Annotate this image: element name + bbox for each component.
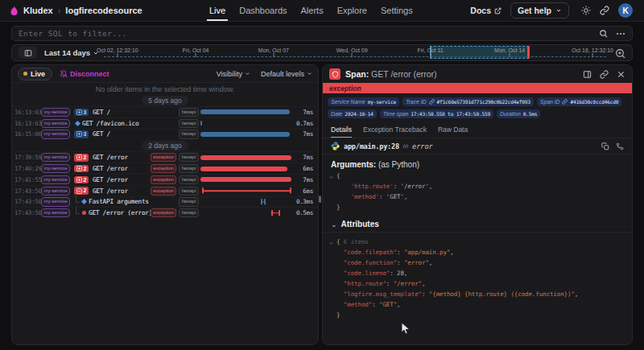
row-duration: 0.7ms [295,120,313,127]
span-count-badge[interactable]: 2 [74,187,89,195]
tag-fastapi[interactable]: fastapi [179,187,199,196]
copy-icon[interactable] [601,142,609,150]
trace-row[interactable]: 16:15:00my-service3GET /fastapi7ms [12,129,318,140]
source-in-label: in [403,142,408,150]
tag-fastapi[interactable]: fastapi [179,164,199,173]
span-name[interactable]: GET /error [93,165,151,172]
copy-link-icon[interactable] [600,70,609,79]
age-pill: 2 days ago [142,141,188,150]
code-gutter [329,289,336,299]
python-icon [331,142,340,150]
span-name[interactable]: GET /error (error) [89,209,151,216]
search-icon[interactable] [599,29,608,38]
details-tab-exception-traceback[interactable]: Exception Traceback [363,122,427,138]
live-toggle[interactable]: Live [18,68,52,80]
selection-end-handle[interactable] [527,46,530,59]
row-duration: 7ms [295,109,313,116]
span-name[interactable]: GET /error [93,176,151,183]
service-pill: my-service [41,197,70,206]
duration-bar [200,132,290,137]
more-options-icon[interactable] [616,29,625,39]
attributes-heading[interactable]: ⌄ Attributes [329,220,624,229]
span-name[interactable]: GET / [93,109,179,116]
visibility-dropdown[interactable]: Visibility [217,70,250,78]
theme-toggle-button[interactable] [581,6,591,15]
trace-row[interactable]: 17:40:29my-service2GET /errorexceptionfa… [12,163,318,174]
tag-fastapi[interactable]: fastapi [179,175,199,184]
trace-row[interactable]: 17:43:50my-serviceFastAPI argumentsfasta… [12,196,318,208]
trace-row[interactable]: 16:13:03my-serviceGET /favicon.icofastap… [12,117,318,129]
collapse-chevron-icon[interactable]: ⌄ [329,237,336,247]
trace-row[interactable]: 17:43:50my-service2GET /errorexceptionfa… [12,185,318,196]
span-name[interactable]: GET /error [93,187,151,195]
tree-connector [76,207,80,214]
close-icon[interactable] [617,70,625,79]
sidebar-toggle-button[interactable] [19,47,37,59]
tag-exception[interactable]: exception [151,187,177,196]
nav-tab-dashboards[interactable]: Dashboards [239,0,287,21]
tag-fastapi[interactable]: fastapi [179,197,199,206]
link-icon[interactable] [429,99,435,105]
duration-bar-area [200,107,292,117]
open-in-editor-icon[interactable] [616,142,624,150]
collapse-chevron-icon[interactable]: ⌄ [329,171,336,181]
tag-fastapi[interactable]: fastapi [179,208,199,217]
docs-link[interactable]: Docs [470,6,502,15]
tag-exception[interactable]: exception [151,153,177,162]
details-tab-details[interactable]: Details [331,122,352,138]
dock-panel-icon[interactable] [583,70,592,79]
nav-tab-alerts[interactable]: Alerts [301,0,324,21]
meta-label: Duration [500,111,521,117]
span-name[interactable]: FastAPI arguments [89,198,179,205]
share-link-button[interactable] [600,6,609,15]
span-count-badge[interactable]: 3 [74,109,89,117]
code-gutter [329,268,336,278]
zoom-in-button[interactable] [615,48,625,59]
tag-fastapi[interactable]: fastapi [179,153,199,162]
breadcrumb: Kludex › logfirecodesource [10,6,142,16]
nav-tab-live[interactable]: Live [209,0,225,21]
source-path[interactable]: app/main.py:28 [344,142,399,150]
org-name[interactable]: Kludex [23,6,53,15]
span-count-badge[interactable]: 2 [74,165,89,173]
span-count-badge[interactable]: 2 [74,176,89,184]
trace-row[interactable]: 17:43:50my-serviceGET /error (error)exce… [12,207,318,218]
row-timestamp: 17:40:29 [14,165,41,172]
get-help-button[interactable]: Get help [510,2,569,19]
time-range-select[interactable]: Last 14 days [44,48,99,57]
row-tags: fastapi [179,130,199,138]
tag-fastapi[interactable]: fastapi [179,119,199,128]
project-name[interactable]: logfirecodesource [65,6,142,15]
code-gutter [329,257,336,268]
levels-dropdown[interactable]: Default levels [261,70,312,78]
row-tags: fastapi [179,119,199,128]
nav-tab-settings[interactable]: Settings [381,0,413,21]
meta-label: Trace ID [406,99,427,105]
trace-row[interactable]: 17:41:55my-service2GET /errorexceptionfa… [12,174,318,185]
link-icon[interactable] [562,99,568,105]
tag-exception[interactable]: exception [151,208,177,217]
tag-exception[interactable]: exception [151,164,177,173]
code-gutter [329,247,336,257]
sql-filter-input[interactable]: Enter SQL to filter... [11,26,633,41]
trace-row[interactable]: 16:13:03my-service3GET /fastapi7ms [12,106,318,117]
details-tab-raw-data[interactable]: Raw Data [438,122,468,138]
trace-row[interactable]: 17:39:59my-service2GET /errorexceptionfa… [12,151,318,163]
user-avatar[interactable]: K [618,3,633,18]
disconnect-button[interactable]: Disconnect [60,70,109,78]
span-details-panel: Span: GET /error (error) exception Servi… [322,64,633,345]
span-count-badge[interactable]: 3 [74,130,89,138]
time-range-bar: Last 14 days Oct 02, 12:32:10Fri, Oct 04… [11,44,633,61]
timeline[interactable]: Oct 02, 12:32:10Fri, Oct 04Mon, Oct 07We… [104,45,606,60]
span-name[interactable]: GET /favicon.ico [82,120,179,127]
nav-tab-explore[interactable]: Explore [337,0,367,21]
tag-fastapi[interactable]: fastapi [179,130,199,138]
panel-scrollbar[interactable] [319,196,321,203]
span-name[interactable]: GET / [93,130,179,138]
service-pill: my-service [41,119,70,128]
span-name[interactable]: GET /error [93,154,151,161]
duration-bar-area [200,163,292,174]
tag-exception[interactable]: exception [151,175,177,184]
span-count-badge[interactable]: 2 [74,154,89,162]
tag-fastapi[interactable]: fastapi [179,108,199,117]
